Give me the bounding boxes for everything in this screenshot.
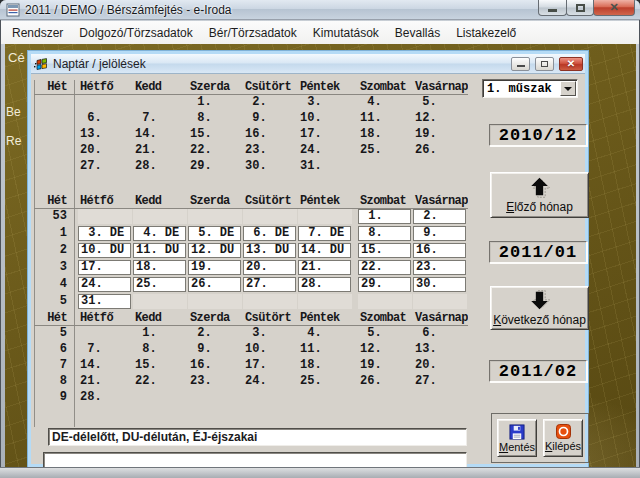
menu-item-bevall-s[interactable]: Bevallás — [387, 23, 448, 43]
previous-month-button[interactable]: Előző hónap — [490, 172, 589, 218]
save-label: Mentés — [499, 441, 535, 453]
day-header: Péntek — [298, 194, 353, 208]
week-number: 2 — [34, 243, 70, 260]
calendar-day-cell[interactable]: 24. — [78, 277, 131, 292]
period-label-1: 2010/12 — [489, 124, 587, 146]
calendar-day-cell: 21. — [78, 374, 133, 390]
close-icon: ✕ — [567, 59, 575, 69]
calendar-day-cell[interactable]: 28. — [298, 277, 351, 292]
calendar-day-cell[interactable]: 1. — [358, 209, 411, 224]
calendar-day-cell[interactable]: 26. — [188, 277, 241, 292]
calendar-day-cell[interactable]: 10. DU — [78, 243, 131, 258]
background-label: Cé — [8, 50, 25, 65]
dialog-titlebar[interactable]: Naptár / jelölések ✕ — [31, 54, 585, 74]
calendar-day-cell: 17. — [243, 358, 298, 374]
day-header: Péntek — [298, 80, 353, 94]
menu-item-listakezel-[interactable]: Listakezelő — [448, 23, 524, 43]
calendar-day-cell[interactable]: 14. DU — [298, 243, 351, 258]
calendar-day-cell: 7. — [78, 342, 133, 358]
calendar-day-cell[interactable]: 7. DE — [298, 226, 351, 241]
calendar-day-cell: 14. — [78, 358, 133, 374]
calendar-day-cell[interactable]: 22. — [358, 260, 411, 275]
week-number — [34, 111, 70, 127]
calendar-day-cell[interactable]: 30. — [413, 277, 466, 292]
exit-button[interactable]: Kilépés — [543, 419, 583, 457]
close-button[interactable]: ✕ — [593, 0, 635, 16]
day-header: Szombat — [358, 311, 413, 325]
dialog-minimize-button[interactable] — [511, 57, 530, 71]
calendar-day-cell[interactable]: 3. DE — [78, 226, 131, 241]
calendar-day-cell[interactable]: 21. — [298, 260, 351, 275]
calendar-day-cell — [188, 209, 242, 224]
calendar-day-cell: 10. — [243, 342, 298, 358]
week-number — [34, 127, 70, 143]
calendar-day-cell[interactable]: 23. — [413, 260, 466, 275]
dialog-maximize-button[interactable] — [535, 57, 554, 71]
week-number — [34, 95, 70, 111]
calendar-day-cell[interactable]: 5. DE — [188, 226, 241, 241]
calendar-day-cell[interactable]: 4. DE — [133, 226, 186, 241]
menu-item-b-r-t-rzsadatok[interactable]: Bér/Törzsadatok — [201, 23, 305, 43]
calendar-day-cell[interactable]: 29. — [358, 277, 411, 292]
previous-month-label: Előző hónap — [506, 200, 573, 214]
app-workspace: Cé Be Re Naptár / jelölések — [5, 44, 636, 467]
calendar-day-cell[interactable]: 16. — [413, 243, 466, 258]
menu-item-dolgoz-t-rzsadatok[interactable]: Dolgozó/Törzsadatok — [71, 23, 200, 43]
calendar-day-cell: 1. — [188, 95, 243, 111]
legend-input[interactable] — [48, 428, 467, 446]
next-month-button[interactable]: Következő hónap — [490, 286, 589, 330]
calendar-day-cell[interactable]: 17. — [78, 260, 131, 275]
calendar-day-cell: 26. — [358, 374, 413, 390]
calendar-day-cell: 7. — [133, 111, 188, 127]
background-label: Be — [6, 105, 21, 119]
calendar-day-cell[interactable]: 18. — [133, 260, 186, 275]
calendar-day-cell[interactable]: 6. DE — [243, 226, 296, 241]
day-header: Csütört — [243, 311, 298, 325]
day-header: Hétfő — [78, 80, 133, 94]
calendar-day-cell: 28. — [133, 159, 188, 175]
calendar-day-cell — [358, 294, 412, 309]
close-icon: ✕ — [609, 2, 618, 13]
calendar-day-cell — [243, 390, 298, 406]
calendar-day-cell: 3. — [243, 326, 298, 342]
minimize-icon — [517, 65, 525, 67]
calendar-day-cell[interactable]: 11. DU — [133, 243, 186, 258]
calendar-day-cell[interactable]: 12. DU — [188, 243, 241, 258]
menu-item-kimutat-sok[interactable]: Kimutatások — [305, 23, 387, 43]
calendar-day-cell: 2. — [188, 326, 243, 342]
window-logo-icon — [34, 57, 48, 71]
calendar-day-cell[interactable]: 2. — [413, 209, 466, 224]
app-titlebar[interactable]: 2011 / DEMO / Bérszámfejtés - e-Iroda ✕ — [0, 0, 640, 20]
entry-input[interactable] — [43, 452, 467, 468]
calendar-day-cell[interactable]: 19. — [188, 260, 241, 275]
shift-selector-dropdown-button[interactable] — [560, 81, 576, 96]
week-number — [34, 159, 70, 175]
calendar-day-cell: 30. — [243, 159, 298, 175]
calendar-day-cell[interactable]: 25. — [133, 277, 186, 292]
calendar-day-cell[interactable]: 20. — [243, 260, 296, 275]
calendar-day-cell[interactable]: 13. DU — [243, 243, 296, 258]
week-number: 9 — [34, 390, 70, 406]
calendar-day-cell: 8. — [188, 111, 243, 127]
day-header: Kedd — [133, 194, 188, 208]
save-button[interactable]: Mentés — [497, 419, 537, 457]
calendar-day-cell — [133, 294, 187, 309]
calendar-day-cell[interactable]: 31. — [78, 294, 131, 309]
calendar-day-cell[interactable]: 27. — [243, 277, 296, 292]
menu-item-rendszer[interactable]: Rendszer — [4, 23, 71, 43]
calendar-day-cell: 2. — [243, 95, 298, 111]
period-label-2: 2011/01 — [489, 241, 587, 263]
calendar-day-cell[interactable]: 8. — [358, 226, 411, 241]
minimize-button[interactable] — [538, 0, 567, 16]
calendar-day-cell[interactable]: 15. — [358, 243, 411, 258]
calendar-month-2011-02: HétHétfőKeddSzerdaCsütörtPéntekSzombatVa… — [34, 311, 468, 406]
calendar-day-cell — [133, 95, 188, 111]
calendar-day-cell — [298, 390, 353, 406]
maximize-button[interactable] — [566, 0, 594, 16]
next-month-label: Következő hónap — [493, 313, 586, 327]
calendar-day-cell[interactable]: 9. — [413, 226, 466, 241]
shift-selector[interactable]: 1. műszak — [482, 79, 578, 98]
dialog-close-button[interactable]: ✕ — [559, 57, 583, 71]
calendar-day-cell: 4. — [358, 95, 413, 111]
window-title: 2011 / DEMO / Bérszámfejtés - e-Iroda — [25, 3, 232, 17]
